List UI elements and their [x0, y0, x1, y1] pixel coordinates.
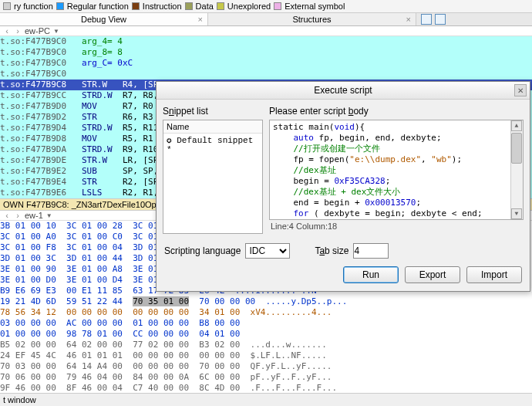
chevron-down-icon[interactable]: ▼ — [53, 28, 59, 35]
label-accel: n — [169, 106, 174, 117]
legend-label: ry function — [14, 2, 53, 11]
legend-label: External symbol — [285, 2, 345, 11]
tab-debug-view[interactable]: Debug View × — [0, 13, 208, 25]
legend-label: Data — [196, 2, 214, 11]
close-icon[interactable]: × — [406, 15, 411, 24]
label-part: S — [163, 106, 169, 117]
scroll-up-icon[interactable]: ▲ — [511, 120, 522, 131]
tab-size-input[interactable] — [353, 243, 389, 259]
scripting-language-select[interactable]: IDC — [245, 243, 290, 259]
tab-bar: Debug View × Structures × — [0, 13, 532, 26]
tab-size-label: Tab size — [315, 245, 348, 256]
tab-structures-label: Structures — [292, 15, 331, 24]
scroll-down-icon[interactable]: ▼ — [511, 208, 522, 219]
close-icon[interactable]: ✕ — [514, 84, 527, 96]
script-editor[interactable]: static main(void){ auto fp, begin, end, … — [269, 120, 524, 220]
legend-swatch — [274, 2, 281, 10]
import-label: Import — [481, 269, 507, 280]
breadcrumb-item[interactable]: ew-PC — [25, 26, 50, 36]
chevron-right-icon[interactable]: › — [14, 211, 22, 219]
execute-script-dialog: Execute script ✕ Snippet list Name ✪ Def… — [156, 81, 530, 292]
export-label: Export — [419, 269, 446, 280]
label-part: ippet list — [174, 106, 208, 117]
close-icon[interactable]: × — [198, 15, 203, 24]
list-item[interactable]: ✪ Default snippet * — [163, 134, 262, 156]
snippet-list-label: Snippet list — [163, 106, 263, 117]
script-body-label: Please enter script body — [269, 106, 524, 117]
chevron-right-icon[interactable]: › — [14, 27, 22, 35]
export-button[interactable]: Export — [405, 266, 460, 283]
legend-label: Unexplored — [227, 2, 271, 11]
scroll-thumb[interactable] — [511, 133, 522, 164]
legend-swatch — [56, 2, 64, 10]
label-part: b size — [325, 245, 348, 256]
legend-swatch — [3, 2, 11, 10]
legend-swatch — [132, 2, 140, 10]
restore-pane-icon[interactable] — [421, 14, 432, 25]
legend-swatch — [185, 2, 193, 10]
legend-swatch — [217, 2, 224, 10]
status-text: t window — [3, 395, 36, 404]
tab-debug-label: Debug View — [81, 15, 126, 24]
status-bar: t window — [0, 393, 532, 406]
import-button[interactable]: Import — [466, 266, 522, 283]
tab-structures[interactable]: Structures × — [208, 13, 416, 25]
dialog-title: Execute script — [314, 85, 372, 96]
editor-status: Line:4 Column:18 — [269, 220, 524, 235]
split-pane-icon[interactable] — [435, 14, 446, 25]
chevron-down-icon[interactable]: ▼ — [46, 212, 52, 219]
scrollbar[interactable]: ▲ ▼ — [510, 120, 523, 219]
run-label: Run — [362, 269, 379, 280]
legend-label: Instruction — [143, 2, 182, 11]
scripting-language-label: Scripting language — [164, 245, 241, 256]
chevron-left-icon[interactable]: ‹ — [3, 211, 11, 219]
dialog-title-bar[interactable]: Execute script ✕ — [157, 82, 530, 100]
chevron-left-icon[interactable]: ‹ — [3, 27, 11, 35]
run-button[interactable]: Run — [343, 266, 399, 283]
breadcrumb: ‹ › ew-PC ▼ — [0, 26, 532, 36]
snippet-name: Default snippet * — [167, 136, 253, 154]
label-part: Please enter script — [269, 106, 348, 117]
legend-label: Regular function — [67, 2, 129, 11]
label-part: ody — [353, 106, 368, 117]
snippet-icon: ✪ — [167, 136, 177, 145]
snippet-listbox[interactable]: Name ✪ Default snippet * — [163, 120, 263, 234]
list-header-name[interactable]: Name — [163, 120, 262, 134]
legend-bar: ry function Regular function Instruction… — [0, 0, 532, 13]
breadcrumb-item[interactable]: ew-1 — [25, 211, 43, 220]
